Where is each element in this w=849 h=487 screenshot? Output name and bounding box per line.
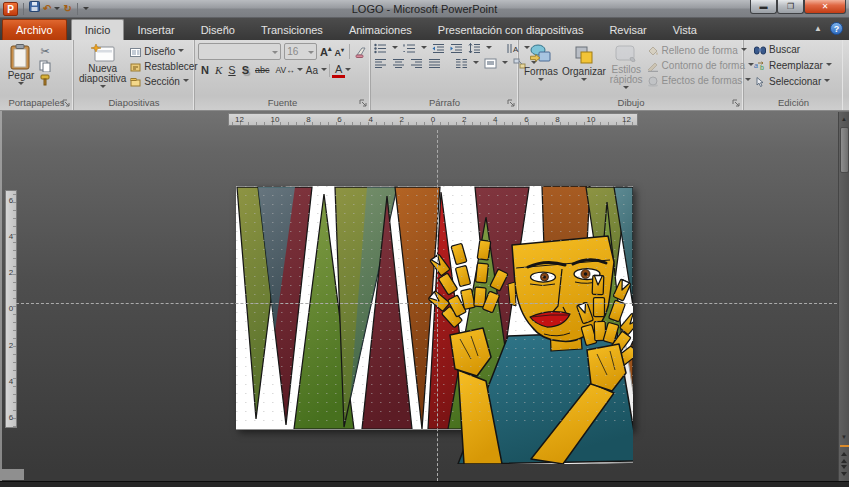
new-slide-dropdown-icon[interactable] (100, 85, 106, 91)
group-label: Dibujo (519, 96, 743, 110)
tab-animaciones[interactable]: Animaciones (336, 20, 425, 40)
shape-fill-button[interactable]: Relleno de forma (645, 44, 756, 58)
select-button[interactable]: Seleccionar (752, 75, 841, 89)
tab-transiciones[interactable]: Transiciones (248, 20, 336, 40)
copy-icon[interactable] (39, 60, 51, 72)
reset-button[interactable]: Restablecer (128, 60, 199, 74)
strikethrough-button[interactable]: abc (252, 63, 273, 78)
powerpoint-app-icon[interactable]: P (3, 2, 18, 16)
text-shadow-button[interactable]: S (239, 63, 252, 78)
previous-slide-icon[interactable] (841, 449, 847, 463)
paste-button[interactable]: Pegar (3, 43, 39, 96)
tab-inicio[interactable]: Inicio (71, 19, 125, 40)
collapse-ribbon-icon[interactable]: ▲ (814, 24, 822, 33)
replace-button[interactable]: ab Reemplazar (752, 59, 841, 73)
vertical-scrollbar[interactable]: ▲ ▼ (838, 112, 849, 481)
arrange-dropdown-icon[interactable] (581, 78, 587, 84)
shapes-dropdown-icon[interactable] (538, 78, 544, 84)
restore-button[interactable]: ❐ (777, 0, 804, 14)
shrink-font-icon[interactable]: A▾ (335, 46, 345, 58)
change-case-dropdown-icon[interactable] (321, 68, 327, 74)
line-spacing-icon[interactable] (468, 43, 481, 54)
minimize-button[interactable]: ▬ (750, 0, 777, 14)
font-size-combo[interactable]: 16 (284, 43, 317, 60)
tab-archivo[interactable]: Archivo (2, 19, 67, 40)
save-icon[interactable] (29, 1, 40, 16)
italic-button[interactable]: K (212, 63, 225, 78)
replace-dropdown-icon[interactable] (826, 63, 832, 69)
drawing-dialog-launcher-icon[interactable] (732, 99, 741, 108)
align-left-icon[interactable] (374, 58, 387, 69)
section-dropdown-icon[interactable] (183, 79, 189, 85)
select-dropdown-icon[interactable] (824, 79, 830, 85)
customize-qat-icon[interactable] (83, 7, 89, 13)
shape-effects-button[interactable]: Efectos de formas (645, 74, 756, 88)
paragraph-dialog-launcher-icon[interactable] (507, 99, 516, 108)
cut-icon[interactable]: ✂ (39, 45, 51, 58)
tab-revisar[interactable]: Revisar (596, 20, 659, 40)
section-button[interactable]: Sección (128, 75, 199, 89)
find-button[interactable]: Buscar (752, 43, 841, 57)
group-label: Diapositivas (74, 96, 194, 110)
text-direction-icon[interactable]: A (506, 43, 519, 54)
clipboard-dialog-launcher-icon[interactable] (62, 99, 71, 108)
underline-button[interactable]: S (225, 63, 238, 78)
tab-insertar[interactable]: Insertar (124, 20, 187, 40)
scroll-down-icon[interactable]: ▼ (841, 431, 847, 443)
vertical-guide[interactable] (437, 130, 438, 481)
scrollbar-thumb[interactable] (840, 127, 849, 173)
paste-dropdown-icon[interactable] (18, 82, 24, 88)
next-slide-icon[interactable] (841, 465, 847, 479)
new-slide-button[interactable]: Nueva diapositiva (77, 43, 128, 96)
bullets-dropdown-icon[interactable] (392, 46, 398, 52)
layout-button[interactable]: Diseño (128, 45, 199, 59)
font-name-dropdown-icon[interactable] (272, 51, 278, 57)
increase-indent-icon[interactable] (450, 43, 463, 54)
format-painter-icon[interactable] (39, 74, 51, 86)
scroll-up-icon[interactable]: ▲ (839, 113, 849, 125)
character-spacing-button[interactable]: AV↔ (273, 63, 297, 78)
group-diapositivas: Nueva diapositiva Diseño Restablecer Sec… (74, 40, 195, 110)
clear-formatting-icon[interactable] (355, 46, 368, 58)
columns-dropdown-icon[interactable] (473, 61, 479, 67)
vertical-ruler[interactable]: 6420246 (5, 190, 17, 428)
font-name-combo[interactable] (198, 43, 281, 60)
undo-dropdown-icon[interactable] (54, 7, 60, 13)
align-center-icon[interactable] (392, 58, 405, 69)
font-color-dropdown-icon[interactable] (345, 68, 351, 74)
change-case-button[interactable]: Aa (303, 63, 321, 78)
grow-font-icon[interactable]: A▴ (320, 45, 331, 58)
font-size-dropdown-icon[interactable] (308, 51, 314, 57)
undo-icon[interactable]: ↶ (43, 2, 51, 16)
font-color-button[interactable]: A (332, 63, 345, 78)
align-right-icon[interactable] (410, 58, 423, 69)
redo-icon[interactable]: ↻ (63, 2, 71, 16)
justify-icon[interactable] (428, 58, 441, 69)
horizontal-ruler[interactable]: 12108642024681012 (228, 113, 638, 126)
layout-dropdown-icon[interactable] (178, 49, 184, 55)
bullets-icon[interactable] (374, 43, 387, 54)
line-spacing-dropdown-icon[interactable] (486, 46, 492, 52)
tab-diseno[interactable]: Diseño (188, 20, 248, 40)
title-bar: P ↶ ↻ LOGO - Microsoft PowerPoint ▬ ❐ ✕ (0, 0, 849, 18)
numbering-icon[interactable] (403, 43, 416, 54)
decrease-indent-icon[interactable] (432, 43, 445, 54)
horizontal-guide[interactable] (16, 303, 837, 304)
tab-vista[interactable]: Vista (660, 20, 710, 40)
ribbon: Pegar ✂ Portapapeles (0, 40, 849, 111)
shape-outline-button[interactable]: Contorno de forma (645, 59, 756, 73)
quick-styles-dropdown-icon[interactable] (623, 86, 629, 92)
help-icon[interactable]: ? (830, 22, 843, 35)
font-dialog-launcher-icon[interactable] (359, 99, 368, 108)
columns-icon[interactable] (455, 58, 468, 69)
numbering-dropdown-icon[interactable] (421, 46, 427, 52)
bold-button[interactable]: N (198, 63, 212, 78)
arrange-button[interactable]: Organizar (560, 43, 608, 96)
shapes-button[interactable]: Formas (522, 43, 560, 96)
align-text-icon[interactable] (484, 58, 497, 69)
slide-artwork[interactable] (236, 186, 633, 464)
close-button[interactable]: ✕ (804, 0, 846, 14)
quick-styles-button[interactable]: Estilos rápidos (608, 43, 645, 96)
align-text-dropdown-icon[interactable] (502, 61, 508, 67)
tab-presentacion[interactable]: Presentación con diapositivas (425, 20, 597, 40)
